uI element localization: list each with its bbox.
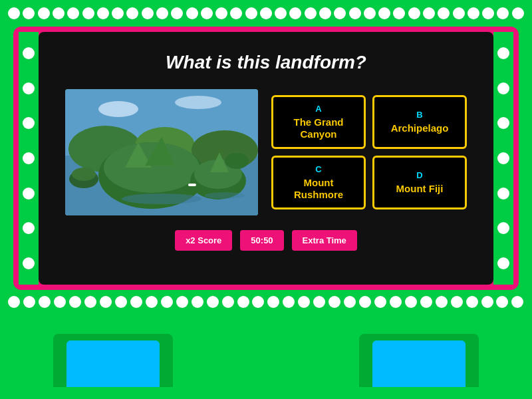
svg-point-18 bbox=[98, 101, 138, 117]
dot bbox=[237, 296, 249, 308]
bottom-area bbox=[0, 314, 532, 387]
right-dot-border bbox=[493, 32, 513, 285]
answer-a[interactable]: A The Grand Canyon bbox=[271, 95, 366, 149]
dot bbox=[115, 296, 127, 308]
dot bbox=[319, 7, 331, 19]
dot bbox=[252, 296, 264, 308]
dot bbox=[329, 296, 340, 308]
dot bbox=[54, 296, 66, 308]
dot bbox=[497, 257, 509, 269]
answer-d-letter: D bbox=[416, 170, 422, 180]
dot bbox=[438, 7, 450, 19]
dot bbox=[512, 7, 524, 19]
dot bbox=[84, 296, 96, 308]
answer-d[interactable]: D Mount Fiji bbox=[372, 156, 467, 209]
dot bbox=[38, 7, 50, 19]
dot bbox=[497, 117, 509, 129]
question-text: What is this landform? bbox=[166, 52, 366, 73]
dot bbox=[176, 296, 188, 308]
dot bbox=[466, 296, 478, 308]
dot bbox=[23, 152, 35, 164]
dot bbox=[405, 296, 417, 308]
dot bbox=[161, 296, 173, 308]
dot bbox=[67, 7, 79, 19]
dot bbox=[275, 7, 287, 19]
dot bbox=[349, 7, 361, 19]
dot bbox=[344, 296, 356, 308]
dot bbox=[482, 7, 494, 19]
dot bbox=[283, 296, 295, 308]
dot bbox=[436, 296, 448, 308]
answer-c[interactable]: C Mount Rushmore bbox=[271, 156, 366, 209]
landform-image bbox=[65, 89, 258, 215]
dot bbox=[69, 296, 81, 308]
dot bbox=[408, 7, 420, 19]
dot bbox=[230, 7, 242, 19]
dot bbox=[451, 296, 463, 308]
dot bbox=[390, 296, 402, 308]
answer-a-letter: A bbox=[315, 104, 321, 114]
dot bbox=[8, 296, 20, 308]
left-dot-border bbox=[19, 32, 39, 285]
dot bbox=[39, 296, 51, 308]
dot bbox=[497, 47, 509, 59]
dot bbox=[142, 7, 154, 19]
dot bbox=[112, 7, 124, 19]
dot bbox=[156, 7, 168, 19]
dot bbox=[423, 7, 435, 19]
svg-point-13 bbox=[72, 168, 96, 181]
answer-b[interactable]: B Archipelago bbox=[372, 95, 467, 149]
dot bbox=[23, 222, 35, 234]
dot bbox=[23, 7, 35, 19]
content-area: A The Grand Canyon B Archipelago C Mount… bbox=[65, 89, 467, 215]
dot bbox=[305, 7, 317, 19]
answer-b-letter: B bbox=[416, 110, 422, 120]
dot bbox=[313, 296, 325, 308]
dot bbox=[130, 296, 142, 308]
dot bbox=[393, 7, 405, 19]
dot bbox=[378, 7, 390, 19]
dot bbox=[497, 222, 509, 234]
dot bbox=[497, 152, 509, 164]
pink-border: What is this landform? bbox=[13, 27, 519, 290]
dot bbox=[497, 7, 509, 19]
fifty-fifty-button[interactable]: 50:50 bbox=[240, 230, 283, 251]
svg-point-16 bbox=[205, 192, 245, 199]
dot bbox=[23, 188, 35, 200]
answer-d-text: Mount Fiji bbox=[396, 183, 444, 195]
dot bbox=[298, 296, 310, 308]
dot bbox=[53, 7, 65, 19]
dot bbox=[245, 7, 257, 19]
dot bbox=[186, 7, 198, 19]
dot bbox=[511, 296, 523, 308]
dot bbox=[201, 7, 213, 19]
dot bbox=[192, 296, 203, 308]
dot bbox=[497, 82, 509, 94]
svg-point-19 bbox=[175, 96, 221, 109]
dot bbox=[334, 7, 346, 19]
bottom-dot-border bbox=[0, 290, 532, 314]
svg-point-15 bbox=[122, 194, 201, 204]
dot bbox=[420, 296, 432, 308]
dot bbox=[289, 7, 301, 19]
dot bbox=[82, 7, 94, 19]
dot bbox=[260, 7, 272, 19]
dot bbox=[23, 296, 35, 308]
dot bbox=[497, 188, 509, 200]
dot bbox=[100, 296, 112, 308]
dot bbox=[23, 257, 35, 269]
x2-score-button[interactable]: x2 Score bbox=[175, 230, 232, 251]
dot bbox=[207, 296, 219, 308]
dot bbox=[359, 296, 371, 308]
game-screen: What is this landform? bbox=[39, 32, 493, 285]
dot bbox=[222, 296, 234, 308]
dot bbox=[8, 7, 20, 19]
svg-rect-17 bbox=[188, 184, 196, 186]
extra-time-button[interactable]: Extra Time bbox=[292, 230, 357, 251]
dot bbox=[453, 7, 465, 19]
answers-grid: A The Grand Canyon B Archipelago C Mount… bbox=[271, 95, 467, 209]
pedestal-right bbox=[359, 334, 479, 387]
dot bbox=[374, 296, 386, 308]
dot bbox=[23, 117, 35, 129]
dot bbox=[267, 296, 279, 308]
